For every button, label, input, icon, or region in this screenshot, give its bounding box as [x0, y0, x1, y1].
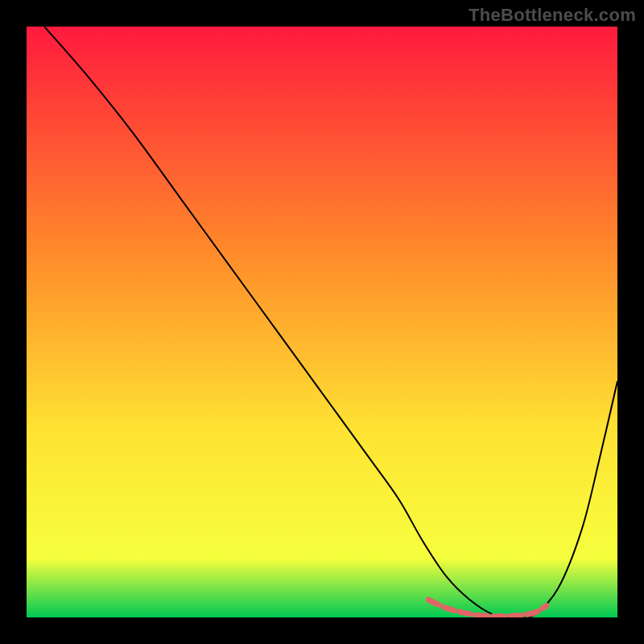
watermark-text: TheBottleneck.com: [469, 5, 636, 26]
chart-svg: [27, 27, 617, 617]
plot-area: [27, 27, 617, 617]
chart-frame: TheBottleneck.com: [0, 0, 644, 644]
gradient-background: [27, 27, 617, 617]
